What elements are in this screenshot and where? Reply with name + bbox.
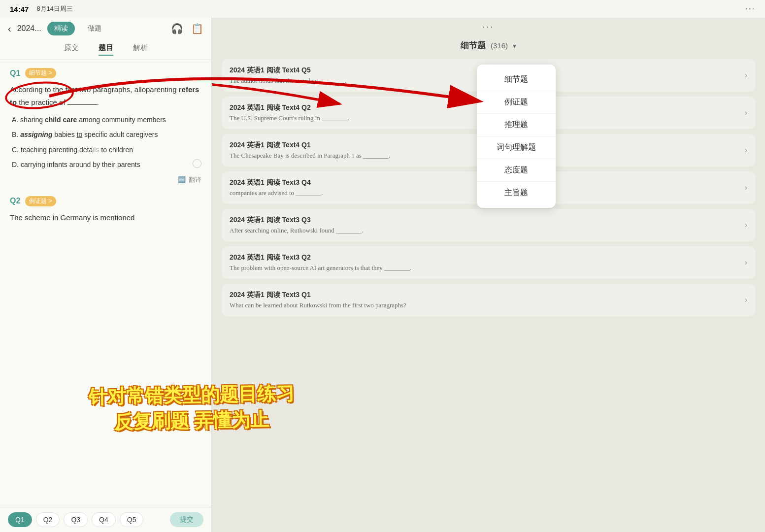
translate-btn[interactable]: 🔤 翻译 xyxy=(10,175,201,184)
translate-icon: 🔤 xyxy=(178,176,186,183)
list-item-4-subtitle: After searching online, Rutkowski found … xyxy=(230,227,745,234)
status-bar: 14:47 8月14日周三 ··· xyxy=(0,0,765,18)
list-item-6-title: 2024 英语1 阅读 Text3 Q1 xyxy=(230,291,745,299)
right-dots: ··· xyxy=(482,22,494,32)
question-block-q1: Q1 细节题 > According to the first two para… xyxy=(10,68,201,184)
dropdown-item-tuili[interactable]: 推理题 xyxy=(477,114,556,136)
left-content: Q1 细节题 > According to the first two para… xyxy=(0,60,211,507)
list-item-0-arrow: › xyxy=(745,71,747,80)
list-item-4-arrow: › xyxy=(745,221,747,230)
right-panel: ··· 细节题 (316) ▾ 细节题 例证题 推理题 词句理解题 态度题 主旨… xyxy=(212,18,765,532)
q1-options: A. sharing child care among community me… xyxy=(10,114,201,170)
tab-row: 原文 题目 解析 xyxy=(0,39,211,60)
status-date: 8月14日周三 xyxy=(36,4,73,13)
list-item-5-arrow: › xyxy=(745,258,747,267)
list-item-1-arrow: › xyxy=(745,108,747,117)
status-dots: ··· xyxy=(746,4,755,13)
dropdown-item-zhuzhi[interactable]: 主旨题 xyxy=(477,182,556,204)
list-item-6-subtitle: What can be learned about Rutkowski from… xyxy=(230,301,745,309)
tab-yuanwen[interactable]: 原文 xyxy=(64,43,79,56)
filter-title: 细节题 xyxy=(461,40,486,51)
headphone-icon[interactable]: 🎧 xyxy=(171,23,183,34)
list-item-4-title: 2024 英语1 阅读 Text3 Q3 xyxy=(230,216,745,225)
dropdown-item-lizheng[interactable]: 例证题 xyxy=(477,91,556,113)
tab-jiexi[interactable]: 解析 xyxy=(133,43,148,56)
dropdown-item-xijie[interactable]: 细节题 xyxy=(477,68,556,91)
option-d[interactable]: D. carrying infants around by their pare… xyxy=(10,159,201,170)
dropdown-item-taidu[interactable]: 态度题 xyxy=(477,159,556,181)
list-item-2-arrow: › xyxy=(745,146,747,155)
status-time: 14:47 xyxy=(10,5,29,13)
list-item-5-subtitle: The problem with open-source AI art gene… xyxy=(230,264,745,272)
list-item-6-content: 2024 英语1 阅读 Text3 Q1 What can be learned… xyxy=(230,291,745,309)
q2-number: Q2 xyxy=(10,197,20,205)
q2-header: Q2 例证题 > xyxy=(10,196,201,206)
list-item-5-content: 2024 英语1 阅读 Text3 Q2 The problem with op… xyxy=(230,253,745,272)
q1-number: Q1 xyxy=(10,69,20,78)
main-layout: ‹ 2024... 精读 做题 🎧 📋 原文 题目 解析 Q1 细节题 > xyxy=(0,18,765,532)
nav-q1[interactable]: Q1 xyxy=(8,512,32,527)
option-b[interactable]: B. assigning babies to specific adult ca… xyxy=(10,129,201,140)
q1-text: According to the first two paragraphs, a… xyxy=(10,83,201,108)
list-item-5[interactable]: 2024 英语1 阅读 Text3 Q2 The problem with op… xyxy=(222,246,755,279)
question-block-q2: Q2 例证题 > The scheme in Germany is mentio… xyxy=(10,196,201,224)
dropdown-menu: 细节题 例证题 推理题 词句理解题 态度题 主旨题 xyxy=(477,65,556,208)
left-panel: ‹ 2024... 精读 做题 🎧 📋 原文 题目 解析 Q1 细节题 > xyxy=(0,18,212,532)
q1-type-badge[interactable]: 细节题 > xyxy=(25,68,56,78)
jindu-button[interactable]: 精读 xyxy=(47,22,75,35)
book-title: 2024... xyxy=(17,24,41,33)
status-icons: ··· xyxy=(746,4,755,13)
nav-icons: 🎧 📋 xyxy=(171,23,203,34)
right-top-bar: ··· xyxy=(212,18,765,36)
filter-count: (316) xyxy=(491,41,508,50)
list-item-5-title: 2024 英语1 阅读 Text3 Q2 xyxy=(230,253,745,262)
q2-type-badge[interactable]: 例证题 > xyxy=(25,196,56,206)
tab-timu[interactable]: 题目 xyxy=(99,43,113,56)
zuoti-button[interactable]: 做题 xyxy=(81,22,108,35)
dropdown-item-cijuli[interactable]: 词句理解题 xyxy=(477,136,556,159)
list-item-6-arrow: › xyxy=(745,296,747,304)
list-item-6[interactable]: 2024 英语1 阅读 Text3 Q1 What can be learned… xyxy=(222,284,755,316)
option-c[interactable]: C. teaching parenting details to childre… xyxy=(10,144,201,155)
list-item-4-content: 2024 英语1 阅读 Text3 Q3 After searching onl… xyxy=(230,216,745,234)
nav-q5[interactable]: Q5 xyxy=(120,512,144,527)
list-item-4[interactable]: 2024 英语1 阅读 Text3 Q3 After searching onl… xyxy=(222,209,755,241)
bookmark-icon[interactable]: 📋 xyxy=(191,23,203,34)
option-d-circle xyxy=(193,159,201,168)
nav-q3[interactable]: Q3 xyxy=(64,512,88,527)
top-nav: ‹ 2024... 精读 做题 🎧 📋 xyxy=(0,18,211,39)
nav-q4[interactable]: Q4 xyxy=(92,512,116,527)
filter-arrow[interactable]: ▾ xyxy=(513,42,516,50)
back-button[interactable]: ‹ xyxy=(8,23,11,34)
list-item-3-arrow: › xyxy=(745,183,747,192)
q2-text: The scheme in Germany is mentioned xyxy=(10,211,201,224)
filter-header: 细节题 (316) ▾ xyxy=(212,36,765,55)
q1-header: Q1 细节题 > xyxy=(10,68,201,78)
submit-button[interactable]: 提交 xyxy=(170,512,203,527)
nav-q2[interactable]: Q2 xyxy=(36,512,60,527)
option-a[interactable]: A. sharing child care among community me… xyxy=(10,114,201,125)
bottom-nav: Q1 Q2 Q3 Q4 Q5 提交 xyxy=(0,507,211,532)
translate-label: 翻译 xyxy=(189,175,201,184)
